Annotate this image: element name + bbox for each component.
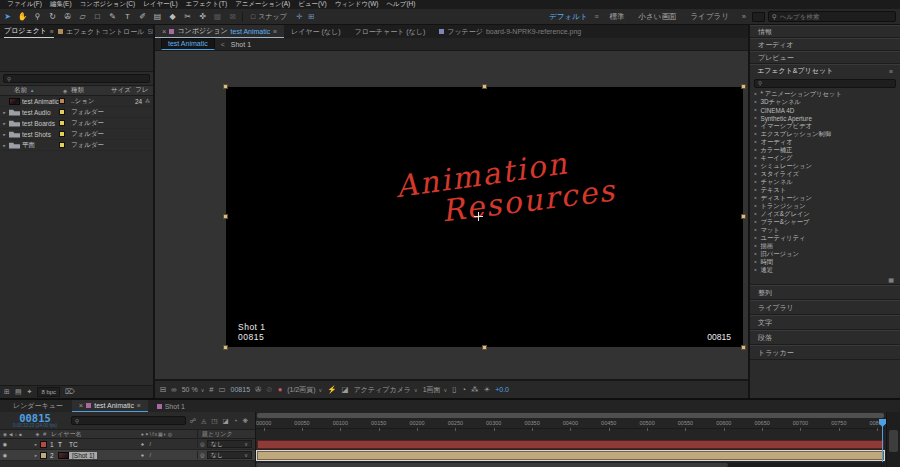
- label-column-icon[interactable]: ◈: [32, 431, 43, 437]
- close-icon[interactable]: ×: [79, 401, 83, 410]
- workspace-small-screen[interactable]: 小さい画面: [639, 12, 677, 22]
- always-preview-icon[interactable]: ⊟: [160, 385, 166, 394]
- snapshot-icon[interactable]: ✇: [255, 385, 261, 394]
- draft-3d-icon[interactable]: ◬: [201, 417, 206, 425]
- timeline-search-box[interactable]: ⚲: [71, 416, 186, 425]
- expander-icon[interactable]: ►: [754, 156, 757, 160]
- expander-icon[interactable]: ►: [754, 100, 757, 104]
- panel-options-icon[interactable]: ▦: [888, 276, 894, 283]
- tab-info[interactable]: 情報: [750, 25, 900, 38]
- view-options-icon[interactable]: ◪: [342, 385, 349, 394]
- selection-handle[interactable]: [741, 84, 746, 89]
- tool-icon[interactable]: ✎: [105, 10, 120, 24]
- mini-flowchart-icon[interactable]: ☍: [190, 417, 197, 425]
- vertical-scrollbar[interactable]: [886, 412, 900, 467]
- snap-toggle[interactable]: □ スナップ: [251, 12, 287, 22]
- effect-category[interactable]: ► ユーティリティ: [754, 234, 900, 242]
- menu-item[interactable]: アニメーション(A): [231, 0, 294, 9]
- exposure-value[interactable]: +0.0: [495, 386, 509, 393]
- expander-icon[interactable]: ►: [0, 110, 9, 115]
- breadcrumb-current[interactable]: test Animatic: [161, 38, 215, 50]
- effect-category[interactable]: ► 遠近: [754, 266, 900, 274]
- audio-column-icon[interactable]: ◀: [9, 432, 12, 437]
- layer-switches[interactable]: ♠ /: [141, 452, 197, 458]
- workspace-menu-icon[interactable]: ≡: [594, 13, 598, 20]
- label-color-chip[interactable]: [59, 98, 65, 104]
- table-row[interactable]: test Animatic ..ション 24 ⁂: [0, 96, 153, 107]
- graph-editor-icon[interactable]: ❋: [243, 417, 248, 425]
- tool-icon[interactable]: T: [120, 10, 135, 24]
- selection-handle[interactable]: [741, 214, 746, 219]
- label-color-chip[interactable]: [59, 120, 65, 126]
- table-row[interactable]: ► test Audio フォルダー: [0, 107, 153, 118]
- magnification-dropdown[interactable]: 50 % ∨: [182, 386, 205, 393]
- column-fps[interactable]: フレ: [135, 86, 153, 95]
- tool-icon[interactable]: ▱: [75, 10, 90, 24]
- tool-icon[interactable]: □: [90, 10, 105, 24]
- panel-menu-icon[interactable]: ≡: [50, 28, 54, 35]
- tab-render-queue[interactable]: レンダーキュー: [6, 400, 70, 412]
- menu-item[interactable]: ウィンドウ(W): [331, 0, 383, 9]
- panel-menu-icon[interactable]: ≡: [137, 402, 141, 409]
- layer-duration-bar[interactable]: [257, 451, 884, 460]
- layer-label-chip[interactable]: [40, 452, 47, 459]
- breadcrumb-parent[interactable]: Shot 1: [231, 41, 251, 48]
- selection-handle[interactable]: [223, 84, 228, 89]
- expander-icon[interactable]: ►: [754, 212, 757, 216]
- time-ruler[interactable]: 0000000050001000015000200002500030000350…: [256, 419, 885, 429]
- expander-icon[interactable]: ►: [754, 164, 757, 168]
- menu-item[interactable]: レイヤー(L): [139, 0, 181, 9]
- expander-icon[interactable]: ►: [754, 244, 757, 248]
- tab-paragraph[interactable]: 段落: [750, 330, 900, 345]
- expander-icon[interactable]: ►: [754, 204, 757, 208]
- effect-category[interactable]: ► CINEMA 4D: [754, 106, 900, 114]
- expander-icon[interactable]: ►: [0, 121, 9, 126]
- menu-item[interactable]: ファイル(F): [3, 0, 46, 9]
- effect-category[interactable]: ► 時間: [754, 258, 900, 266]
- tab-align[interactable]: 整列: [750, 285, 900, 300]
- column-name[interactable]: 名前: [14, 86, 27, 95]
- pick-whip-icon[interactable]: ◎: [200, 441, 205, 447]
- trash-icon[interactable]: ⌦: [65, 388, 75, 396]
- table-row[interactable]: ► test Boards フォルダー: [0, 118, 153, 129]
- interpret-footage-icon[interactable]: ⊞: [4, 388, 10, 396]
- new-composition-icon[interactable]: ✦: [27, 388, 33, 396]
- time-navigator-bar[interactable]: [257, 413, 884, 418]
- tool-icon[interactable]: ✇: [60, 10, 75, 24]
- panel-menu-icon[interactable]: ≡: [889, 68, 893, 75]
- menu-item[interactable]: ヘルプ(H): [382, 0, 419, 9]
- bit-depth-button[interactable]: 8 bpc: [37, 387, 60, 397]
- ruler-icon[interactable]: ✛: [296, 12, 302, 21]
- grid-guides-icon[interactable]: #: [209, 385, 213, 394]
- expander-icon[interactable]: ►: [754, 140, 757, 144]
- tool-icon[interactable]: ➤: [0, 10, 15, 24]
- tab-character[interactable]: 文字: [750, 315, 900, 330]
- workspace-libraries[interactable]: ライブラリ: [690, 12, 728, 22]
- tab-libraries[interactable]: ライブラリ: [750, 300, 900, 315]
- viewer-timecode[interactable]: 00815: [231, 386, 250, 393]
- menu-item[interactable]: ビュー(V): [294, 0, 330, 9]
- expander-icon[interactable]: ►: [754, 132, 757, 136]
- selection-handle[interactable]: [741, 345, 746, 350]
- motion-blur-icon[interactable]: ◔: [234, 417, 238, 425]
- tab-timeline-comp[interactable]: × test Animatic ≡: [72, 400, 148, 412]
- effect-category[interactable]: ► 3Dチャンネル: [754, 98, 900, 106]
- tab-tracker[interactable]: トラッカー: [750, 345, 900, 360]
- tab-audio[interactable]: オーディオ: [750, 38, 900, 51]
- view-layout-dropdown[interactable]: 1画面 ∨: [423, 385, 448, 395]
- layer-switches[interactable]: ♠ /: [141, 441, 197, 447]
- menu-item[interactable]: 編集(E): [46, 0, 76, 9]
- layer-label-chip[interactable]: [40, 441, 47, 448]
- tool-icon[interactable]: ⊠: [225, 10, 240, 24]
- fast-preview-icon[interactable]: ⚡: [327, 385, 336, 394]
- expander-icon[interactable]: ►: [754, 148, 757, 152]
- expander-icon[interactable]: ►: [754, 228, 757, 232]
- composition-canvas[interactable]: Animation Resources Shot 1 00815 00815: [226, 87, 743, 347]
- resolution-dropdown[interactable]: (1/2画質) ∨: [287, 385, 322, 395]
- tool-icon[interactable]: ⚲: [30, 10, 45, 24]
- label-color-chip[interactable]: [59, 109, 65, 115]
- tab-preview[interactable]: プレビュー: [750, 51, 900, 64]
- expander-icon[interactable]: ►: [754, 92, 757, 96]
- anchor-point-icon[interactable]: [474, 212, 483, 221]
- tool-icon[interactable]: ✋: [15, 10, 30, 24]
